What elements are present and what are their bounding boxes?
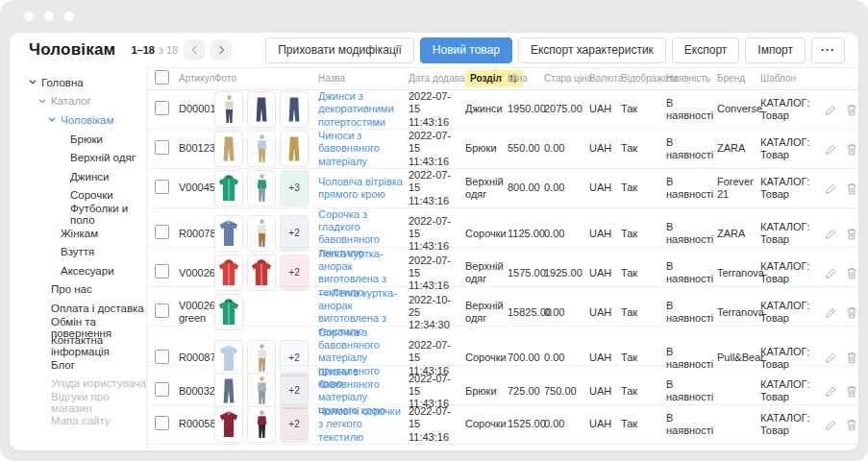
row-checkbox[interactable] <box>155 416 169 430</box>
more-photos-badge[interactable]: +2 <box>280 215 309 252</box>
product-photo[interactable] <box>214 406 243 443</box>
edit-button[interactable] <box>825 104 837 116</box>
product-photo[interactable] <box>247 255 276 291</box>
column-header[interactable]: Шаблон <box>760 73 825 85</box>
sidebar-item-взуття[interactable]: Взуття <box>10 242 146 261</box>
next-page-button[interactable] <box>211 39 232 61</box>
product-photo[interactable] <box>214 255 243 291</box>
sidebar-item-про-нас[interactable]: Про нас <box>10 280 146 300</box>
product-photo[interactable] <box>247 131 276 167</box>
pencil-icon <box>825 385 837 398</box>
edit-button[interactable] <box>825 352 837 364</box>
more-photos-badge[interactable]: +2 <box>280 373 309 409</box>
delete-button[interactable] <box>846 182 857 195</box>
delete-button[interactable] <box>846 385 857 398</box>
column-header[interactable]: Розділ <box>465 70 508 87</box>
row-checkbox[interactable] <box>155 350 169 364</box>
product-photo[interactable] <box>214 294 243 330</box>
product-photo[interactable] <box>247 406 276 443</box>
edit-button[interactable] <box>825 228 837 240</box>
row-checkbox[interactable] <box>155 264 169 279</box>
sidebar-item-контактна-інформація[interactable]: Контактна інформація <box>10 336 146 355</box>
window-titlebar <box>0 0 868 33</box>
product-name-link[interactable]: Джинси з декоративними потертостями <box>318 90 394 127</box>
product-photo[interactable] <box>214 215 243 252</box>
sidebar-item-джинси[interactable]: Джинси <box>10 167 146 186</box>
pencil-icon <box>825 143 837 156</box>
column-header[interactable]: Бренд <box>717 73 760 85</box>
row-checkbox[interactable] <box>155 140 169 155</box>
sidebar-item-головна[interactable]: Головна <box>10 73 146 92</box>
product-name-link[interactable]: Чоловічі сорочки з легкого текстилю <box>318 405 401 442</box>
page-title: Чоловікам <box>29 40 115 60</box>
sidebar-item-відгуки-про-магазин[interactable]: Відгуки про магазин <box>10 393 146 412</box>
edit-button[interactable] <box>825 385 837 398</box>
sidebar-item-брюки[interactable]: Брюки <box>10 130 146 149</box>
sidebar-item-аксесуари[interactable]: Аксесуари <box>10 261 146 280</box>
photos-cell <box>214 131 318 167</box>
delete-button[interactable] <box>846 267 857 279</box>
import-button[interactable]: Імпорт <box>745 37 806 63</box>
product-photo[interactable] <box>247 373 276 409</box>
edit-button[interactable] <box>825 182 837 195</box>
edit-button[interactable] <box>825 143 837 156</box>
product-photo[interactable] <box>280 131 309 167</box>
currency-cell: UAH <box>589 418 621 430</box>
product-photo[interactable] <box>247 215 276 252</box>
delete-button[interactable] <box>846 419 857 431</box>
column-header[interactable]: Валюта <box>589 73 621 85</box>
product-photo[interactable] <box>214 91 243 128</box>
edit-button[interactable] <box>825 419 837 431</box>
export-button[interactable]: Експорт <box>672 37 739 63</box>
select-all-checkbox[interactable] <box>155 70 169 85</box>
edit-button[interactable] <box>825 267 837 279</box>
product-photo[interactable] <box>247 340 276 376</box>
column-header[interactable]: Фото <box>214 73 318 85</box>
column-header[interactable]: Дата додавання <box>409 73 465 85</box>
product-photo[interactable] <box>280 91 309 128</box>
product-photo[interactable] <box>247 170 276 206</box>
column-header[interactable]: Наявність <box>666 73 717 85</box>
product-photo[interactable] <box>247 91 276 128</box>
delete-button[interactable] <box>846 104 857 116</box>
delete-button[interactable] <box>846 306 857 319</box>
column-header[interactable]: Артикул <box>179 73 214 85</box>
sidebar-item-чоловікам[interactable]: Чоловікам <box>10 110 146 130</box>
delete-button[interactable] <box>846 228 857 240</box>
delete-button[interactable] <box>846 143 857 156</box>
sidebar-item-каталог[interactable]: Каталог <box>10 92 146 111</box>
prev-page-button[interactable] <box>184 39 205 61</box>
sidebar-item-футболки-и-поло[interactable]: Футболки и поло <box>10 205 146 224</box>
more-photos-badge[interactable]: +3 <box>280 170 309 206</box>
product-photo[interactable] <box>214 170 243 206</box>
row-checkbox[interactable] <box>155 382 169 397</box>
column-header[interactable]: Стара ціна <box>544 73 589 85</box>
row-checkbox[interactable] <box>155 225 169 239</box>
product-photo[interactable] <box>214 131 243 167</box>
hide-modifications-button[interactable]: Приховати модифікації <box>265 37 414 63</box>
product-name-link[interactable]: Чоловіча вітрівка прямого крою <box>318 176 403 200</box>
row-checkbox[interactable] <box>155 303 169 318</box>
row-checkbox[interactable] <box>155 180 169 194</box>
more-photos-badge[interactable]: +2 <box>280 406 309 443</box>
row-checkbox[interactable] <box>155 101 169 115</box>
sidebar-item-блог[interactable]: Блог <box>10 355 146 375</box>
pencil-icon <box>825 182 837 195</box>
sidebar-item-жінкам[interactable]: Жінкам <box>10 224 146 243</box>
more-photos-badge[interactable]: +2 <box>280 255 309 291</box>
column-header[interactable]: Відображати <box>621 73 666 85</box>
product-photo[interactable] <box>214 373 243 409</box>
pagination: 1–18 з 18 <box>131 39 232 61</box>
edit-button[interactable] <box>825 306 837 319</box>
more-photos-badge[interactable]: +2 <box>280 340 309 376</box>
product-name-link[interactable]: Чиноси з бавовняного матеріалу <box>318 130 380 166</box>
column-header[interactable]: Назва <box>318 73 409 85</box>
new-product-button[interactable]: Новий товар <box>420 37 512 63</box>
sidebar-item-верхній-одяг[interactable]: Верхній одяг <box>10 148 146 167</box>
column-header[interactable]: Ціна <box>508 73 544 85</box>
more-options-button[interactable]: ··· <box>811 37 845 63</box>
product-photo[interactable] <box>214 340 243 376</box>
export-characteristics-button[interactable]: Експорт характеристик <box>518 37 666 63</box>
delete-button[interactable] <box>846 352 857 364</box>
sidebar-item-мапа-сайту[interactable]: Мапа сайту <box>10 412 146 431</box>
